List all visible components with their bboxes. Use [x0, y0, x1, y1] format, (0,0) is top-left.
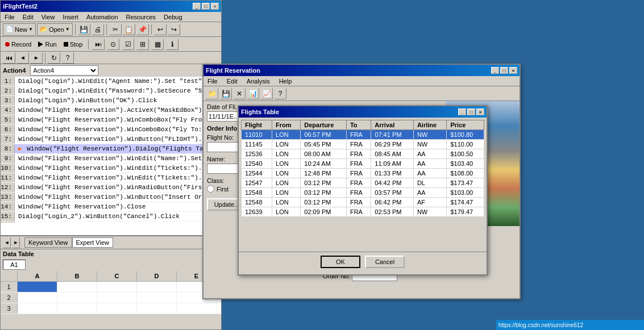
menu-help-fr[interactable]: Help	[277, 78, 294, 85]
cell-c2[interactable]	[97, 293, 137, 303]
cell-d2[interactable]	[137, 293, 177, 303]
undo-button[interactable]: ↩	[154, 24, 167, 35]
help-button[interactable]: ?	[61, 52, 74, 64]
checklist-button[interactable]: ☑	[122, 39, 134, 50]
cell-e3[interactable]	[177, 303, 217, 314]
script-line[interactable]: 8:▶ Window("Flight Reservation").Dialog(…	[1, 144, 221, 154]
table-row[interactable]: 11145 LON 05:45 PM FRA 06:29 PM NW $110.…	[242, 140, 484, 149]
breakpoint-button[interactable]: ⊙	[107, 39, 119, 50]
table-row[interactable]: 12547 LON 03:12 PM FRA 04:42 PM DL $173.…	[242, 178, 484, 188]
record-button[interactable]: Record	[3, 40, 34, 48]
cell-a1[interactable]	[18, 282, 57, 292]
tab-keyword-view[interactable]: Keyword View	[24, 237, 72, 248]
menu-view[interactable]: View	[40, 14, 57, 20]
cell-d3[interactable]	[137, 303, 177, 314]
table-row[interactable]: 12536 LON 08:00 AM FRA 08:45 AM AA $100.…	[242, 149, 484, 159]
cell-c3[interactable]	[97, 303, 137, 314]
script-line[interactable]: 1:Dialog("Login").WinEdit("Agent Name:")…	[1, 77, 221, 86]
col-header-c[interactable]: C	[97, 271, 137, 281]
table-row[interactable]: 12548 LON 03:12 PM FRA 06:42 PM AF $174.…	[242, 198, 484, 207]
ok-button[interactable]: OK	[321, 256, 360, 268]
cell-b3[interactable]	[57, 303, 97, 314]
cell-a3[interactable]	[18, 303, 57, 314]
script-line[interactable]: 9:Window("Flight Reservation").WinEdit("…	[1, 154, 221, 164]
new-button[interactable]: 📄 New ▼	[3, 23, 36, 36]
menu-file[interactable]: File	[3, 14, 16, 20]
fr-delete-btn[interactable]: ✕	[233, 88, 246, 99]
script-line[interactable]: 14:Window("Flight Reservation").Close	[1, 202, 221, 212]
table-row[interactable]: 12639 LON 02:09 PM FRA 02:53 PM NW $179.…	[242, 207, 484, 217]
settings-button[interactable]: ℹ	[166, 39, 178, 50]
script-line[interactable]: 13:Window("Flight Reservation").WinButto…	[1, 193, 221, 202]
minimize-btn[interactable]: _	[193, 3, 201, 10]
script-line[interactable]: 7:Window("Flight Reservation").WinButton…	[1, 135, 221, 144]
stop-button[interactable]: Stop	[61, 40, 85, 48]
cell-b1[interactable]	[57, 282, 97, 292]
table-button[interactable]: ▦	[151, 39, 164, 50]
script-line[interactable]: 4:Window("Flight Reservation").ActiveX("…	[1, 106, 221, 115]
prev-button[interactable]: ◄	[16, 52, 29, 64]
save-button[interactable]: 💾	[78, 24, 90, 35]
cell-b2[interactable]	[57, 293, 97, 303]
cell-d1[interactable]	[137, 282, 177, 292]
script-line[interactable]: 16:	[1, 222, 221, 223]
menu-edit-fr[interactable]: Edit	[225, 78, 239, 85]
script-line[interactable]: 6:Window("Flight Reservation").WinComboB…	[1, 125, 221, 135]
menu-debug[interactable]: Debug	[162, 14, 184, 20]
refresh-button[interactable]: ↻	[48, 52, 60, 64]
script-line[interactable]: 12:Window("Flight Reservation").WinRadio…	[1, 183, 221, 193]
table-row[interactable]: 11010 LON 06:57 PM FRA 07:41 PM NW $100.…	[242, 130, 484, 140]
open-label: Open	[49, 26, 64, 33]
flight-res-maximize[interactable]: □	[500, 67, 508, 74]
fr-chart-btn[interactable]: 📊	[247, 88, 259, 99]
script-line[interactable]: 11:Window("Flight Reservation").WinEdit(…	[1, 173, 221, 183]
flights-close[interactable]: ×	[476, 108, 484, 115]
menu-resources[interactable]: Resources	[124, 14, 158, 20]
script-line[interactable]: 10:Window("Flight Reservation").WinEdit(…	[1, 164, 221, 173]
redo-button[interactable]: ↪	[168, 24, 180, 35]
open-button[interactable]: 📂 Open ▼	[37, 23, 73, 36]
paste-button[interactable]: 📌	[136, 24, 149, 35]
fr-graph-btn[interactable]: 📈	[260, 88, 273, 99]
flights-minimize[interactable]: _	[458, 108, 466, 115]
script-line[interactable]: 15:Dialog("Login_2").WinButton("Cancel")…	[1, 212, 221, 222]
col-header-d[interactable]: D	[137, 271, 177, 281]
cancel-button[interactable]: Cancel	[365, 256, 405, 268]
rewind-button[interactable]: ⏮	[3, 52, 15, 64]
script-line[interactable]: 5:Window("Flight Reservation").WinComboB…	[1, 115, 221, 125]
cell-a2[interactable]	[18, 293, 57, 303]
tab-next-btn[interactable]: ►	[12, 237, 20, 248]
menu-automation[interactable]: Automation	[85, 14, 120, 20]
fr-save-btn[interactable]: 💾	[219, 88, 232, 99]
fr-help-btn[interactable]: ?	[274, 88, 286, 99]
flight-res-minimize[interactable]: _	[491, 67, 499, 74]
cell-c1[interactable]	[97, 282, 137, 292]
menu-file-fr[interactable]: File	[206, 78, 219, 85]
fr-open-btn[interactable]: 📁	[206, 88, 218, 99]
menu-analysis-fr[interactable]: Analysis	[245, 78, 272, 85]
class-first-radio[interactable]	[207, 185, 214, 193]
print-button[interactable]: 🖨	[92, 24, 104, 35]
copy-button[interactable]: 📋	[123, 24, 135, 35]
menu-edit[interactable]: Edit	[21, 14, 35, 20]
script-line[interactable]: 3:Dialog("Login").WinButton("OK").Click	[1, 96, 221, 106]
close-btn[interactable]: ×	[211, 3, 219, 10]
table-row[interactable]: 12544 LON 12:48 PM FRA 01:33 PM AA $108.…	[242, 169, 484, 178]
cut-button[interactable]: ✂	[109, 24, 122, 35]
run-button[interactable]: Run	[36, 40, 59, 48]
menu-insert[interactable]: Insert	[61, 14, 80, 20]
tab-prev-btn[interactable]: ◄	[3, 237, 11, 248]
grid-button[interactable]: ⊞	[136, 39, 149, 50]
table-row[interactable]: 12548 LON 03:12 PM FRA 03:57 PM AA $103.…	[242, 188, 484, 198]
action-dropdown[interactable]: Action4	[30, 65, 98, 76]
table-row[interactable]: 12540 LON 10:24 AM FRA 11:09 AM AA $103.…	[242, 159, 484, 169]
maximize-btn[interactable]: □	[202, 3, 210, 10]
col-header-a[interactable]: A	[18, 271, 57, 281]
step-button[interactable]: ⏭	[92, 39, 105, 50]
flight-res-close[interactable]: ×	[509, 67, 517, 74]
flights-maximize[interactable]: □	[467, 108, 475, 115]
script-line[interactable]: 2:Dialog("Login").WinEdit("Password:").S…	[1, 86, 221, 96]
col-header-b[interactable]: B	[57, 271, 97, 281]
next-button[interactable]: ►	[30, 52, 43, 64]
tab-expert-view[interactable]: Expert View	[72, 237, 114, 248]
